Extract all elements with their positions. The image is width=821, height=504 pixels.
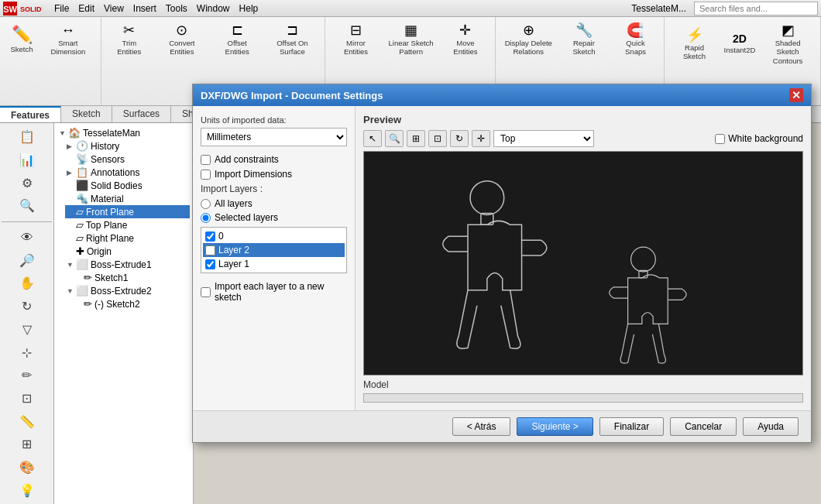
layer-0-checkbox[interactable] [205, 231, 215, 242]
tree-item-top-plane[interactable]: ▱ Top Plane [65, 218, 190, 231]
sidebar-icon-filter[interactable]: ▽ [15, 319, 40, 341]
sidebar-icon-feature-manager[interactable]: 📋 [15, 126, 40, 148]
preview-view-select[interactable]: TopFrontRightIsometric [493, 130, 594, 147]
sidebar-icon-configuration-manager[interactable]: ⚙ [15, 172, 40, 194]
sidebar-icon-zoom[interactable]: 🔎 [15, 249, 40, 271]
svg-rect-3 [376, 152, 791, 375]
tree-sensors-icon: 📡 [76, 153, 88, 165]
import-each-layer-checkbox[interactable] [201, 287, 211, 297]
tree-item-sketch1[interactable]: ✏ Sketch1 [73, 271, 190, 284]
sidebar-icon-sections[interactable]: ⊞ [15, 434, 40, 455]
dialog-right-panel: Preview ↖ 🔍 ⊞ ⊡ ↻ ✛ TopFrontRightIsometr… [356, 106, 811, 410]
search-input[interactable] [694, 2, 818, 15]
tab-sketch[interactable]: Sketch [61, 106, 112, 122]
linear-sketch-pattern-button[interactable]: ▦ Linear Sketch Pattern [383, 20, 439, 58]
tree-item-sensors[interactable]: 📡 Sensors [65, 153, 190, 166]
tree-item-boss-extrude1[interactable]: ▼ ⬜ Boss-Extrude1 [65, 258, 190, 271]
help-button[interactable]: Ayuda [743, 417, 799, 436]
tab-surfaces[interactable]: Surfaces [112, 106, 171, 122]
instant2d-button[interactable]: 2D Instant2D [721, 30, 759, 56]
tree-item-origin[interactable]: ✚ Origin [65, 245, 190, 258]
smart-dimension-button[interactable]: ↔ Smart Dimension [40, 20, 96, 58]
sidebar-icon-appearance[interactable]: 🎨 [15, 457, 40, 478]
add-constraints-row[interactable]: Add constraints [201, 154, 347, 165]
offset-entities-button[interactable]: ⊏ Offset Entities [211, 20, 263, 58]
tree-item-material[interactable]: 🔩 Material [65, 192, 190, 205]
rapid-sketch-button[interactable]: ⚡ Rapid Sketch [669, 25, 719, 63]
layer-item-0[interactable]: 0 [203, 229, 345, 243]
selected-layers-radio[interactable] [201, 213, 211, 223]
menu-tools[interactable]: Tools [161, 2, 192, 15]
tree-root-arrow: ▼ [59, 129, 68, 137]
preview-rotate-button[interactable]: ↻ [450, 130, 469, 147]
import-dimensions-checkbox[interactable] [201, 170, 211, 180]
preview-zoom-window-button[interactable]: ⊡ [428, 130, 447, 147]
white-background-row[interactable]: White background [715, 133, 803, 144]
menu-insert[interactable]: Insert [129, 2, 161, 15]
tree-item-annotations[interactable]: ▶ 📋 Annotations [65, 166, 190, 179]
tree-history-icon: 🕐 [76, 140, 88, 152]
solidworks-logo: SW SOLIDWORKS [3, 2, 42, 15]
layer-item-2[interactable]: Layer 2 [203, 243, 345, 257]
selected-layers-label: Selected layers [215, 212, 278, 223]
add-constraints-checkbox[interactable] [201, 155, 211, 165]
convert-entities-button[interactable]: ⊙ Convert Entities [154, 20, 210, 58]
dialog-close-button[interactable]: ✕ [789, 88, 803, 102]
tab-features[interactable]: Features [0, 106, 61, 122]
sidebar-icon-edit[interactable]: ✏ [15, 365, 40, 386]
finish-button[interactable]: Finalizar [599, 417, 664, 436]
sidebar-icon-selection[interactable]: ⊹ [15, 341, 40, 363]
import-dimensions-row[interactable]: Import Dimensions [201, 169, 347, 180]
sidebar-icon-lights[interactable]: 💡 [15, 479, 40, 501]
trim-entities-button[interactable]: ✂ Trim Entities [106, 20, 153, 58]
cancel-button[interactable]: Cancelar [670, 417, 737, 436]
menu-file[interactable]: File [50, 2, 74, 15]
tree-item-front-plane[interactable]: ▱ Front Plane [65, 205, 190, 218]
preview-cursor-button[interactable]: ↖ [363, 130, 382, 147]
tree-sketch1-icon: ✏ [84, 272, 92, 283]
layer-item-1[interactable]: Layer 1 [203, 257, 345, 271]
menu-help[interactable]: Help [235, 2, 263, 15]
white-background-checkbox[interactable] [715, 134, 725, 144]
sidebar-icon-measure[interactable]: 📏 [15, 410, 40, 432]
sidebar-icon-property-manager[interactable]: 📊 [15, 149, 40, 171]
tree-item-right-plane[interactable]: ▱ Right Plane [65, 231, 190, 245]
sidebar-icon-sketch2[interactable]: ⊡ [15, 388, 40, 410]
layer-1-checkbox[interactable] [205, 259, 215, 269]
sidebar-icon-pan[interactable]: ✋ [15, 273, 40, 294]
move-entities-button[interactable]: ✛ Move Entities [441, 20, 491, 58]
menu-edit[interactable]: Edit [74, 2, 99, 15]
import-each-layer-row[interactable]: Import each layer to a new sketch [201, 281, 347, 303]
sidebar-icon-search[interactable]: 🔍 [15, 195, 40, 217]
menu-window[interactable]: Window [192, 2, 235, 15]
tree-item-boss-extrude2[interactable]: ▼ ⬜ Boss-Extrude2 [65, 284, 190, 297]
units-select[interactable]: MillimetersInchesFeetCentimeters [201, 128, 347, 146]
selected-layers-row[interactable]: Selected layers [201, 212, 347, 223]
display-delete-relations-button[interactable]: ⊕ Display Delete Relations [500, 20, 556, 58]
shaded-sketch-contours-button[interactable]: ◩ Shaded Sketch Contours [760, 20, 816, 67]
sidebar-icon-display-states[interactable]: 👁 [15, 227, 40, 249]
main-area: 📋 📊 ⚙ 🔍 👁 🔎 ✋ ↻ ▽ ⊹ ✏ ⊡ 📏 ⊞ 🎨 💡 ▼ 🏠 Tess… [0, 123, 821, 504]
quick-snaps-button[interactable]: 🧲 Quick Snaps [612, 20, 660, 58]
tree-item-solid-bodies[interactable]: ⬛ Solid Bodies [65, 179, 190, 192]
menu-view[interactable]: View [99, 2, 129, 15]
sketch-button[interactable]: ✏️ Sketch [5, 23, 39, 55]
tree-top-icon: ▱ [76, 219, 84, 231]
layer-2-checkbox[interactable] [205, 245, 215, 255]
mirror-entities-button[interactable]: ⊟ Mirror Entities [330, 20, 381, 58]
all-layers-row[interactable]: All layers [201, 198, 347, 209]
preview-toolbar: ↖ 🔍 ⊞ ⊡ ↻ ✛ TopFrontRightIsometric White… [363, 130, 803, 147]
preview-pan-button[interactable]: ✛ [472, 130, 490, 147]
offset-on-surface-button[interactable]: ⊐ Offset On Surface [265, 20, 321, 58]
tree-item-history[interactable]: ▶ 🕐 History [65, 139, 190, 153]
all-layers-radio[interactable] [201, 199, 211, 209]
preview-zoom-fit-button[interactable]: ⊞ [407, 130, 425, 147]
next-button[interactable]: Siguiente > [517, 417, 593, 436]
tree-item-sketch2[interactable]: ✏ (-) Sketch2 [73, 297, 190, 310]
preview-zoom-in-button[interactable]: 🔍 [385, 130, 404, 147]
tree-root[interactable]: ▼ 🏠 TesselateMan [57, 126, 190, 139]
repair-sketch-button[interactable]: 🔧 Repair Sketch [558, 20, 610, 58]
back-button[interactable]: < Atrás [452, 417, 511, 436]
sidebar-icon-rotate[interactable]: ↻ [15, 296, 40, 317]
dialog-title-bar[interactable]: DXF/DWG Import - Document Settings ✕ [193, 84, 811, 106]
